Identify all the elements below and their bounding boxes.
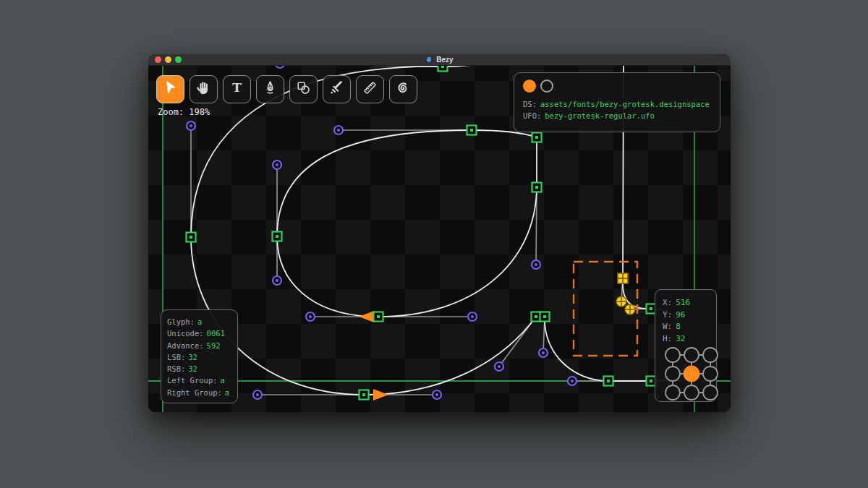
off-curve-point[interactable] bbox=[273, 160, 281, 169]
desktop: { "window": { "title": "Bezy", "titlebar… bbox=[0, 0, 868, 488]
svg-text:T: T bbox=[232, 80, 242, 95]
knife-icon bbox=[328, 80, 345, 99]
coord-row: H:32 bbox=[663, 333, 709, 346]
reference-point[interactable] bbox=[703, 367, 718, 381]
glyph-info-row: Glyph:a bbox=[167, 316, 231, 328]
on-curve-point[interactable] bbox=[273, 232, 282, 241]
glyph-info-row: Right Group:a bbox=[167, 387, 231, 398]
traffic-lights bbox=[155, 56, 182, 63]
on-curve-point[interactable] bbox=[438, 66, 448, 72]
coords-rows: X:516Y:96W:8H:32 bbox=[663, 297, 709, 345]
reference-point[interactable] bbox=[665, 348, 680, 362]
reference-point-active[interactable] bbox=[684, 367, 699, 382]
app-spiral-icon bbox=[425, 56, 433, 64]
text-tool-button[interactable]: T bbox=[223, 75, 251, 103]
contour-start-triangle[interactable] bbox=[359, 311, 374, 322]
font-file-panel: DS:assets/fonts/bezy-grotesk.designspace… bbox=[514, 72, 720, 132]
off-curve-point[interactable] bbox=[187, 121, 195, 130]
glyph-info-row: Left Group:a bbox=[167, 374, 231, 386]
off-curve-point[interactable] bbox=[306, 312, 315, 321]
cursor-icon bbox=[162, 80, 179, 99]
selected-off-curve-point[interactable] bbox=[616, 296, 626, 307]
close-button[interactable] bbox=[155, 56, 161, 63]
on-curve-point[interactable] bbox=[187, 233, 196, 242]
hand-icon bbox=[195, 80, 212, 99]
on-curve-point[interactable] bbox=[374, 312, 383, 322]
off-curve-point[interactable] bbox=[433, 390, 441, 399]
select-tool-button[interactable] bbox=[156, 75, 184, 103]
coord-row: X:516 bbox=[663, 297, 709, 309]
reference-point[interactable] bbox=[665, 367, 680, 381]
ufo-path-row: UFO:bezy-grotesk-regular.ufo bbox=[523, 110, 711, 121]
off-curve-point[interactable] bbox=[334, 126, 343, 134]
bezy-window: Bezy T Zoom: 198% DS:assets/fonts/bezy-g… bbox=[148, 54, 731, 412]
selected-on-curve-point[interactable] bbox=[618, 273, 628, 283]
selected-off-curve-point[interactable] bbox=[625, 304, 635, 314]
pen-icon bbox=[262, 80, 278, 99]
on-curve-point[interactable] bbox=[467, 126, 477, 135]
off-curve-point[interactable] bbox=[539, 348, 548, 357]
text-icon: T bbox=[229, 80, 245, 99]
pan-tool-button[interactable] bbox=[190, 75, 218, 103]
off-curve-point[interactable] bbox=[532, 260, 540, 269]
toolbar: T bbox=[156, 75, 417, 103]
zoom-level-label: Zoom: 198% bbox=[158, 107, 210, 117]
reference-point[interactable] bbox=[703, 385, 718, 400]
selection-coords-panel: X:516Y:96W:8H:32 bbox=[655, 289, 717, 402]
reference-point[interactable] bbox=[703, 348, 718, 362]
off-curve-point[interactable] bbox=[468, 312, 477, 321]
ruler-icon bbox=[362, 80, 378, 99]
glyph-info-panel: Glyph:aUnicode:0061Advance:592LSB:32RSB:… bbox=[161, 309, 238, 403]
reference-point[interactable] bbox=[684, 348, 699, 362]
measure-tool-button[interactable] bbox=[356, 75, 384, 103]
coord-row: Y:96 bbox=[663, 309, 709, 322]
on-curve-point[interactable] bbox=[540, 312, 550, 322]
on-curve-point[interactable] bbox=[359, 390, 369, 400]
glyph-info-row: Unicode:0061 bbox=[167, 328, 231, 339]
off-curve-point[interactable] bbox=[495, 362, 503, 371]
window-title: Bezy bbox=[436, 56, 453, 64]
pen-tool-button[interactable] bbox=[256, 75, 284, 103]
glyph-info-row: Advance:592 bbox=[167, 340, 231, 351]
off-curve-point[interactable] bbox=[273, 276, 281, 285]
reference-point[interactable] bbox=[684, 385, 699, 400]
designspace-path-row: DS:assets/fonts/bezy-grotesk.designspace bbox=[523, 98, 711, 110]
shapes-icon bbox=[295, 80, 312, 99]
spiral-icon bbox=[395, 80, 412, 99]
glyph-info-row: LSB:32 bbox=[167, 351, 231, 363]
hyper-tool-button[interactable] bbox=[389, 75, 417, 103]
off-curve-point[interactable] bbox=[568, 377, 576, 385]
master-dot-inactive[interactable] bbox=[540, 80, 553, 93]
contour-start-triangle[interactable] bbox=[373, 389, 388, 401]
on-curve-point[interactable] bbox=[532, 133, 542, 142]
reference-point-grid[interactable] bbox=[663, 345, 720, 403]
off-curve-point[interactable] bbox=[276, 66, 284, 68]
on-curve-point[interactable] bbox=[604, 377, 613, 386]
glyph-canvas[interactable]: T Zoom: 198% DS:assets/fonts/bezy-grotes… bbox=[148, 66, 731, 412]
master-dot-active[interactable] bbox=[523, 80, 536, 93]
glyph-info-row: RSB:32 bbox=[167, 363, 231, 374]
coord-row: W:8 bbox=[663, 321, 709, 333]
off-curve-point[interactable] bbox=[253, 390, 262, 399]
on-curve-point[interactable] bbox=[532, 183, 542, 192]
minimize-button[interactable] bbox=[165, 56, 171, 63]
shapes-tool-button[interactable] bbox=[289, 75, 318, 103]
glyph-outline-path bbox=[277, 130, 537, 317]
knife-tool-button[interactable] bbox=[323, 75, 351, 103]
titlebar[interactable]: Bezy bbox=[148, 54, 731, 66]
zoom-button[interactable] bbox=[175, 56, 182, 63]
reference-point[interactable] bbox=[665, 385, 680, 400]
